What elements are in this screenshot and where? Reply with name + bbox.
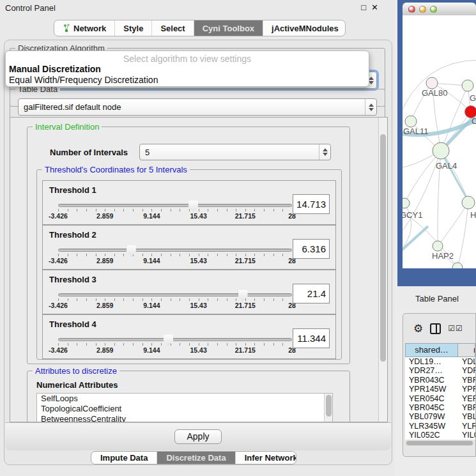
mac-minimize-button[interactable] xyxy=(419,6,426,13)
table-row[interactable]: YPR145WYPR1 xyxy=(405,385,475,394)
table-row[interactable]: YLR345WYLR3 xyxy=(405,422,475,431)
network-edge[interactable] xyxy=(457,203,468,268)
network-node-gal80[interactable] xyxy=(426,77,438,89)
table-data-select[interactable]: galFiltered.sif default node xyxy=(18,98,377,116)
window-buttons: □✕ xyxy=(361,3,383,12)
dropdown-option[interactable]: Manual Discretization xyxy=(6,64,369,75)
tick-label: 15.43 xyxy=(190,212,206,220)
network-window-titlebar[interactable] xyxy=(403,3,476,15)
threshold-value-field[interactable]: 6.316 xyxy=(293,239,330,259)
thresholds-group: Threshold's Coordinates for 5 Intervals … xyxy=(36,169,342,360)
slider-track[interactable] xyxy=(58,204,292,207)
table-row[interactable]: YDR27…YDR2 xyxy=(405,366,475,375)
number-of-intervals-select[interactable]: 5 xyxy=(139,144,331,160)
table-horizontal-scrollbar[interactable] xyxy=(405,440,474,446)
checked-checkboxes-icon[interactable]: ☑☑ xyxy=(448,324,463,333)
tab-select[interactable]: Select xyxy=(152,20,194,36)
node-label: GAL4 xyxy=(436,161,457,171)
slider-tick-labels: -3.4262.8599.14415.4321.71528 xyxy=(58,212,292,220)
tab-label: Style xyxy=(123,24,143,33)
table-row[interactable]: YIL052CYIL0 xyxy=(405,431,475,440)
threshold-slider[interactable]: -3.4262.8599.14415.4321.71528 xyxy=(58,249,292,265)
threshold-value-field[interactable]: 21.4 xyxy=(293,284,330,303)
thresholds-group-title: Threshold's Coordinates for 5 Intervals xyxy=(42,165,190,174)
tick-label: -3.426 xyxy=(49,257,68,265)
tab-discretize-data[interactable]: Discretize Data xyxy=(157,452,235,464)
combo-stepper-icon[interactable] xyxy=(365,99,376,115)
tick-label: 21.715 xyxy=(235,302,256,309)
table-cell: YIL0 xyxy=(458,431,475,440)
tab-network[interactable]: Network xyxy=(54,20,115,36)
table-row[interactable]: YER054CYER0 xyxy=(405,394,475,403)
attribute-list-item[interactable]: TopologicalCoefficient xyxy=(37,404,332,414)
network-node-hap2[interactable] xyxy=(433,241,443,251)
gear-icon[interactable]: ⚙ xyxy=(413,323,423,334)
settings-pane-scrollbar[interactable] xyxy=(378,118,387,422)
table-toolbar: ⚙ ☑☑ xyxy=(403,319,475,338)
network-node-gal11[interactable] xyxy=(405,116,417,127)
node-label-clipped: C xyxy=(472,116,476,126)
slider-track[interactable] xyxy=(58,338,292,341)
interval-definition-group: Interval Definition Number of Intervals … xyxy=(27,127,350,364)
mac-close-button[interactable] xyxy=(408,6,415,13)
close-window-icon[interactable]: ✕ xyxy=(371,3,383,12)
column-header-shared-name[interactable]: shared… xyxy=(405,343,458,357)
threshold-value-field[interactable]: 11.344 xyxy=(293,328,330,348)
table-row[interactable]: YBR043CYBR0 xyxy=(405,376,475,385)
attributes-list-scrollbar[interactable] xyxy=(324,394,332,422)
table-cell: YLR3 xyxy=(458,422,475,431)
tab-impute-data[interactable]: Impute Data xyxy=(91,452,157,464)
table-row[interactable]: YDL19…YDL1 xyxy=(405,357,475,366)
slider-ticks xyxy=(58,254,292,256)
tick-label: 15.43 xyxy=(190,302,206,309)
algorithm-dropdown-options: Manual DiscretizationEqual Width/Frequen… xyxy=(6,64,369,86)
slider-track[interactable] xyxy=(58,249,292,252)
node-label: H xyxy=(470,210,476,220)
network-edge[interactable] xyxy=(404,151,441,203)
float-window-icon[interactable]: □ xyxy=(361,3,371,12)
slider-ticks xyxy=(58,209,292,211)
threshold-slider[interactable]: -3.4262.8599.14415.4321.71528 xyxy=(58,293,292,310)
threshold-slider[interactable]: -3.4262.8599.14415.4321.71528 xyxy=(58,204,292,220)
slider-ticks xyxy=(58,298,292,301)
network-edge[interactable] xyxy=(403,226,428,253)
network-node-gcy1[interactable] xyxy=(403,198,410,208)
network-node-h[interactable] xyxy=(462,196,475,209)
apply-button[interactable]: Apply xyxy=(174,429,222,444)
mac-zoom-button[interactable] xyxy=(430,6,437,13)
table-row[interactable]: YBL079WYBL0 xyxy=(405,412,475,421)
control-panel-window: Control Panel □✕ NetworkStyleSelectCyni … xyxy=(0,0,395,476)
column-header-name[interactable]: na xyxy=(458,343,475,357)
network-node[interactable] xyxy=(452,263,463,268)
tick-label: 9.144 xyxy=(143,212,160,220)
interval-definition-group-title: Interval Definition xyxy=(33,122,102,132)
slider-track[interactable] xyxy=(58,293,292,296)
table-cell: YBR045C xyxy=(405,403,458,412)
attribute-list-item[interactable]: SelfLoops xyxy=(37,394,332,404)
control-panel-tabbar: NetworkStyleSelectCyni ToolboxjActiveMNo… xyxy=(54,20,346,36)
table-cell: YLR345W xyxy=(405,422,458,431)
network-icon xyxy=(63,24,70,33)
attribute-list-item[interactable]: BetweennessCentrality xyxy=(37,414,332,422)
combo-stepper-icon[interactable] xyxy=(319,144,330,160)
threshold-slider[interactable]: -3.4262.8599.14415.4321.71528 xyxy=(58,338,292,355)
network-canvas[interactable]: GAL80GAL11GAL4GCY1HHAP2GAC xyxy=(403,15,476,268)
network-node[interactable] xyxy=(462,80,473,91)
tab-label: Select xyxy=(160,24,185,33)
split-columns-icon[interactable] xyxy=(430,323,441,334)
tab-style[interactable]: Style xyxy=(115,20,152,36)
tab-cyni-toolbox[interactable]: Cyni Toolbox xyxy=(194,20,263,36)
table-cell: YBR0 xyxy=(458,403,475,412)
table-cell: YER054C xyxy=(405,394,458,403)
network-graph[interactable]: GAL80GAL11GAL4GCY1HHAP2GAC xyxy=(403,15,476,268)
tab-jactivemnodules[interactable]: jActiveMNodules xyxy=(263,20,346,36)
control-panel-titlebar: Control Panel □✕ xyxy=(0,0,395,15)
numerical-attributes-list[interactable]: SelfLoopsTopologicalCoefficientBetweenne… xyxy=(36,393,333,422)
node-label: GAL11 xyxy=(403,127,429,136)
network-node-gal4[interactable] xyxy=(433,142,449,159)
dropdown-option[interactable]: Equal Width/Frequency Discretization xyxy=(6,75,369,86)
tab-infer-network[interactable]: Infer Network xyxy=(236,452,296,464)
network-edge[interactable] xyxy=(403,151,441,236)
threshold-value-field[interactable]: 14.713 xyxy=(293,194,330,214)
table-row[interactable]: YBR045CYBR0 xyxy=(405,403,475,412)
